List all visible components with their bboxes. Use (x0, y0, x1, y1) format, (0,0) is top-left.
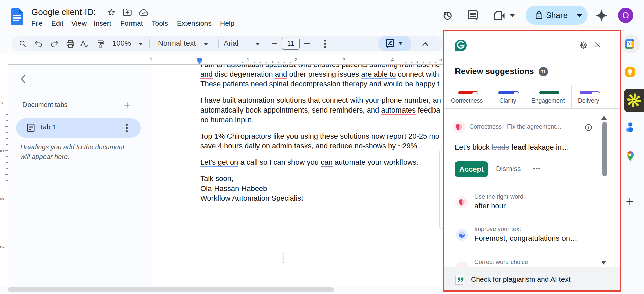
svg-text:31: 31 (628, 42, 632, 46)
